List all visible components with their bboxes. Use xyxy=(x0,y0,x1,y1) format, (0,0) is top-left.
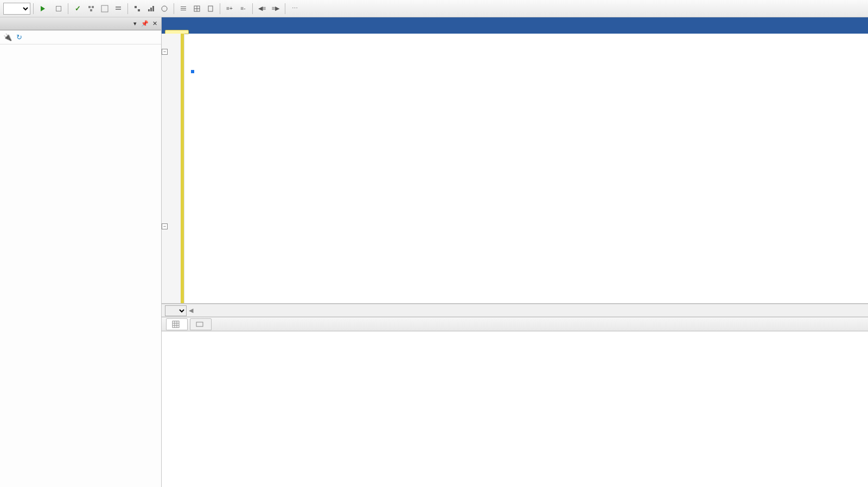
live-stats-button[interactable] xyxy=(144,2,157,15)
increase-indent-button[interactable]: ≡▶ xyxy=(269,2,282,15)
play-icon xyxy=(41,6,45,11)
results-grid-button[interactable] xyxy=(190,2,203,15)
results-file-button[interactable] xyxy=(204,2,217,15)
svg-rect-18 xyxy=(208,6,213,11)
svg-rect-2 xyxy=(90,9,92,11)
check-icon: ✓ xyxy=(75,4,81,12)
list-icon xyxy=(114,5,122,12)
include-plan-button[interactable] xyxy=(131,2,144,15)
display-plan-button[interactable] xyxy=(85,2,98,15)
sql-editor[interactable] xyxy=(184,34,868,303)
sidebar-header: ▾ 📌 ✕ xyxy=(0,17,161,30)
object-explorer: ▾ 📌 ✕ 🔌 ↻ xyxy=(0,17,162,487)
results-tabstrip xyxy=(162,317,868,331)
svg-rect-9 xyxy=(150,8,152,11)
selection-highlight xyxy=(191,70,194,73)
grid-results-icon xyxy=(193,5,201,12)
svg-rect-1 xyxy=(92,6,94,8)
connect-icon[interactable]: 🔌 xyxy=(3,33,12,41)
results-pane xyxy=(162,317,868,487)
svg-rect-13 xyxy=(181,8,186,9)
grid-icon xyxy=(172,321,180,328)
main-toolbar: ✓ ≡+ ≡- ◀≡ ≡▶ ⋯ xyxy=(0,0,868,17)
svg-rect-7 xyxy=(138,9,140,11)
actual-plan-icon xyxy=(133,5,141,12)
decrease-indent-button[interactable]: ◀≡ xyxy=(256,2,269,15)
text-results-icon xyxy=(180,5,187,12)
execute-button[interactable] xyxy=(36,2,52,15)
indent-icon: ≡▶ xyxy=(272,5,279,12)
svg-rect-5 xyxy=(116,9,121,10)
stop-icon xyxy=(56,6,61,11)
editor-pane: ✕ − − ◀ xyxy=(162,17,868,487)
zoom-bar: ◀ xyxy=(162,304,868,317)
refresh-icon[interactable]: ↻ xyxy=(16,33,22,41)
zoom-dropdown[interactable] xyxy=(165,305,187,316)
messages-icon xyxy=(196,321,203,328)
svg-rect-10 xyxy=(152,6,154,11)
comment-icon: ≡+ xyxy=(226,5,233,11)
scroll-left-icon[interactable]: ◀ xyxy=(189,307,193,314)
svg-rect-8 xyxy=(148,9,150,11)
query-options-button[interactable] xyxy=(98,2,111,15)
database-dropdown[interactable] xyxy=(3,3,30,15)
svg-rect-0 xyxy=(88,6,91,8)
close-icon[interactable]: ✕ xyxy=(150,20,159,28)
svg-rect-4 xyxy=(116,7,121,8)
outdent-icon: ◀≡ xyxy=(258,5,266,12)
stats-icon xyxy=(147,5,155,12)
tab-results[interactable] xyxy=(166,318,188,330)
svg-rect-6 xyxy=(135,6,137,8)
document-tabstrip: ✕ xyxy=(162,17,868,34)
results-text-button[interactable] xyxy=(177,2,190,15)
sidebar-dropdown-icon[interactable]: ▾ xyxy=(131,20,139,28)
values-icon: ⋯ xyxy=(292,5,298,12)
svg-rect-19 xyxy=(173,321,179,328)
plan-icon xyxy=(87,5,95,12)
client-icon xyxy=(161,5,168,12)
svg-rect-3 xyxy=(101,5,108,12)
fold-icon[interactable]: − xyxy=(162,223,168,229)
client-stats-button[interactable] xyxy=(158,2,171,15)
file-results-icon xyxy=(207,5,214,12)
specify-values-button[interactable]: ⋯ xyxy=(288,2,301,15)
pin-icon[interactable]: 📌 xyxy=(141,20,149,28)
options-icon xyxy=(101,5,108,12)
tab-messages[interactable] xyxy=(190,318,212,330)
sidebar-toolbar: 🔌 ↻ xyxy=(0,30,161,44)
svg-rect-24 xyxy=(196,322,203,326)
debug-button[interactable] xyxy=(52,2,65,15)
comment-button[interactable]: ≡+ xyxy=(223,2,236,15)
uncomment-icon: ≡- xyxy=(240,5,245,11)
parse-button[interactable]: ✓ xyxy=(71,2,84,15)
svg-point-11 xyxy=(162,6,167,11)
object-tree[interactable] xyxy=(0,44,161,487)
intellisense-button[interactable] xyxy=(112,2,125,15)
svg-rect-12 xyxy=(181,7,186,7)
editor-gutter: − − xyxy=(162,34,184,303)
svg-rect-14 xyxy=(181,10,186,10)
results-grid-wrap[interactable] xyxy=(162,331,868,487)
uncomment-button[interactable]: ≡- xyxy=(237,2,250,15)
fold-icon[interactable]: − xyxy=(162,49,168,55)
